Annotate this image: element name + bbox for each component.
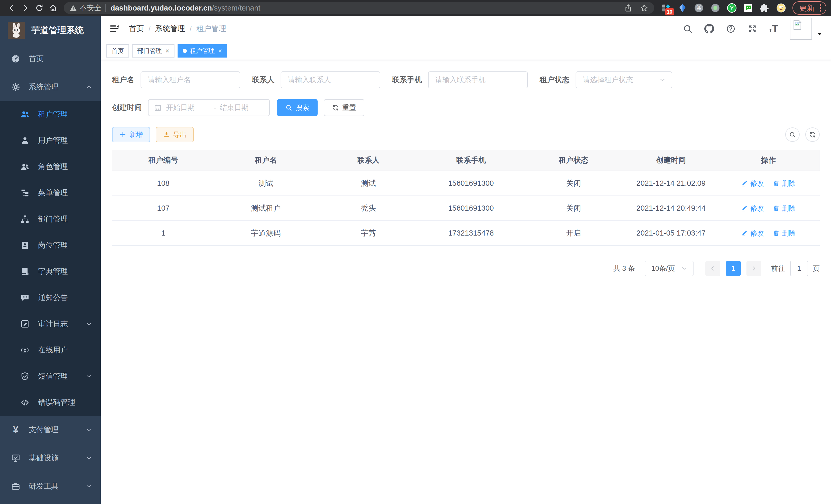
tab-dept-management[interactable]: 部门管理× bbox=[132, 44, 174, 58]
refresh-table-button[interactable] bbox=[805, 127, 820, 142]
page-size-select[interactable]: 10条/页 bbox=[645, 261, 693, 276]
sidebar-item-tenant-management[interactable]: 租户管理 bbox=[0, 101, 101, 127]
browser-home-button[interactable] bbox=[46, 1, 60, 15]
user-avatar[interactable] bbox=[790, 18, 812, 40]
search-button[interactable]: 搜索 bbox=[277, 99, 318, 116]
record-extension-icon[interactable] bbox=[710, 2, 721, 14]
status-select[interactable]: 请选择租户状态 bbox=[576, 71, 672, 88]
sidebar-item-dict-management[interactable]: 字典管理 bbox=[0, 259, 101, 285]
tab-close-icon[interactable]: × bbox=[166, 48, 169, 54]
cell-actions: 修改删除 bbox=[717, 204, 820, 213]
page-1-button[interactable]: 1 bbox=[726, 261, 741, 276]
fullscreen-icon[interactable] bbox=[747, 24, 757, 34]
filter-row-2: 创建时间 开始日期 - 结束日期 搜索 重置 bbox=[112, 99, 820, 116]
share-icon[interactable] bbox=[624, 4, 633, 12]
header-search-icon[interactable] bbox=[683, 24, 692, 34]
browser-back-button[interactable] bbox=[5, 1, 19, 15]
breadcrumb-system[interactable]: 系统管理 bbox=[155, 24, 185, 34]
page-content: 租户名 联系人 联系手机 租户状态 请选择租户状态 bbox=[101, 60, 831, 504]
sidebar-item-label: 研发工具 bbox=[29, 481, 59, 492]
page-unit-label: 页 bbox=[813, 264, 820, 273]
end-date-placeholder[interactable]: 结束日期 bbox=[220, 103, 264, 113]
code-icon bbox=[20, 398, 30, 407]
dashboard-icon bbox=[11, 54, 21, 64]
tab-tenant-management[interactable]: 租户管理× bbox=[177, 44, 227, 58]
browser-reload-button[interactable] bbox=[32, 1, 46, 15]
goto-page-input[interactable] bbox=[790, 261, 808, 276]
delete-button[interactable]: 删除 bbox=[773, 204, 796, 213]
next-page-button[interactable] bbox=[746, 261, 762, 276]
help-icon[interactable] bbox=[726, 24, 736, 34]
bookmark-star-icon[interactable] bbox=[640, 4, 649, 12]
address-bar[interactable]: 不安全 dashboard.yudao.iocoder.cn /system/t… bbox=[64, 2, 654, 14]
sidebar-item-audit-log[interactable]: 审计日志 bbox=[0, 311, 101, 337]
peoples-icon bbox=[20, 162, 30, 172]
message-icon bbox=[20, 293, 30, 303]
sidebar-item-dev-tool[interactable]: 研发工具 bbox=[0, 472, 101, 500]
download-icon bbox=[163, 131, 170, 138]
phone-input[interactable] bbox=[428, 71, 528, 88]
security-label[interactable]: 不安全 bbox=[80, 3, 101, 13]
cell-created: 2021-12-14 21:02:09 bbox=[625, 179, 717, 187]
breadcrumb-separator: / bbox=[148, 25, 150, 33]
browser-forward-button[interactable] bbox=[19, 1, 32, 15]
sidebar-item-system-management[interactable]: 系统管理 bbox=[0, 73, 101, 101]
tenant-name-input[interactable] bbox=[141, 71, 240, 88]
boxes-extension-icon[interactable]: 10 bbox=[660, 2, 672, 14]
sidebar-item-pay-management[interactable]: ¥支付管理 bbox=[0, 416, 101, 444]
sidebar-collapse-button[interactable] bbox=[109, 23, 120, 34]
browser-update-button[interactable]: 更新 bbox=[793, 1, 826, 14]
puzzle-extension-icon[interactable] bbox=[759, 2, 771, 14]
sidebar-item-post-management[interactable]: 岗位管理 bbox=[0, 232, 101, 259]
chat-extension-icon[interactable] bbox=[742, 2, 754, 14]
column-header: 联系人 bbox=[317, 155, 420, 166]
sidebar-item-menu-management[interactable]: 菜单管理 bbox=[0, 180, 101, 206]
emoji-avatar-icon[interactable] bbox=[775, 2, 787, 14]
sidebar-item-error-code-management[interactable]: 错误码管理 bbox=[0, 389, 101, 416]
cell-name: 测试 bbox=[214, 178, 317, 188]
tab-close-icon[interactable]: × bbox=[218, 48, 222, 54]
avatar-caret-down-icon[interactable] bbox=[816, 31, 823, 37]
prev-page-button[interactable] bbox=[705, 261, 720, 276]
delete-button[interactable]: 删除 bbox=[773, 179, 796, 188]
sidebar-item-label: 菜单管理 bbox=[38, 188, 68, 198]
sidebar-item-notice[interactable]: 通知公告 bbox=[0, 285, 101, 311]
cell-contact: 秃头 bbox=[317, 203, 420, 213]
edit-button[interactable]: 修改 bbox=[741, 229, 764, 238]
online-icon bbox=[20, 345, 30, 355]
delete-button[interactable]: 删除 bbox=[773, 229, 796, 238]
edit-button[interactable]: 修改 bbox=[741, 204, 764, 213]
add-button-label: 新增 bbox=[130, 130, 143, 139]
show-search-toggle-button[interactable] bbox=[785, 127, 800, 142]
breadcrumb-home[interactable]: 首页 bbox=[129, 24, 144, 34]
sidebar-item-user-management[interactable]: 用户管理 bbox=[0, 127, 101, 154]
create-time-range-picker[interactable]: 开始日期 - 结束日期 bbox=[148, 99, 270, 116]
tab-home[interactable]: 首页 bbox=[106, 44, 129, 58]
sidebar-item-home[interactable]: 首页 bbox=[0, 45, 101, 73]
sidebar-item-role-management[interactable]: 角色管理 bbox=[0, 154, 101, 180]
sidebar-item-online-user[interactable]: 在线用户 bbox=[0, 337, 101, 363]
font-size-icon[interactable]: тT bbox=[769, 24, 778, 34]
export-button[interactable]: 导出 bbox=[156, 127, 194, 142]
home-icon bbox=[49, 4, 58, 12]
log-icon bbox=[20, 319, 30, 329]
add-button[interactable]: 新增 bbox=[112, 127, 150, 142]
start-date-placeholder[interactable]: 开始日期 bbox=[166, 103, 210, 113]
github-icon[interactable] bbox=[704, 24, 714, 34]
sidebar-item-dept-management[interactable]: 部门管理 bbox=[0, 206, 101, 232]
sidebar-logo[interactable]: 芋道管理系统 bbox=[0, 16, 101, 45]
command-extension-icon[interactable]: ⌘ bbox=[693, 2, 705, 14]
edit-button[interactable]: 修改 bbox=[741, 179, 764, 188]
sidebar-item-infrastructure[interactable]: 基础设施 bbox=[0, 444, 101, 472]
reset-button[interactable]: 重置 bbox=[324, 99, 364, 116]
contact-input[interactable] bbox=[281, 71, 380, 88]
cell-created: 2021-12-14 20:49:44 bbox=[625, 204, 717, 212]
trash-icon bbox=[773, 230, 780, 237]
cell-phone: 17321315478 bbox=[420, 229, 522, 237]
sidebar-item-sms-management[interactable]: 短信管理 bbox=[0, 363, 101, 389]
cell-id: 107 bbox=[112, 204, 214, 212]
yudao-extension-icon[interactable]: Y bbox=[726, 2, 738, 14]
kite-extension-icon[interactable] bbox=[677, 2, 688, 14]
cell-id: 108 bbox=[112, 179, 214, 187]
browser-menu-icon[interactable] bbox=[820, 4, 821, 11]
